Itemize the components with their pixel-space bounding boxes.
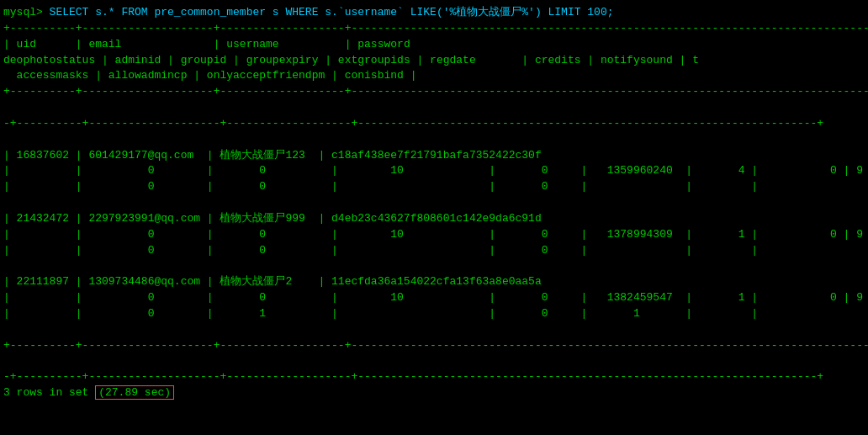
- table-row: | 22111897 | 1309734486@qq.com | 植物大战僵尸2…: [3, 274, 865, 290]
- blank5: [3, 322, 865, 338]
- blank2: [3, 132, 865, 148]
- table-row: | | 0 | 0 | 10 | 0 | 1378994309 | 1 | 0 …: [3, 227, 865, 243]
- sep-data-top: -+----------+--------------------+------…: [3, 116, 865, 132]
- table-row: | | 0 | 1 | | 0 | 1 | |: [3, 306, 865, 322]
- header-rest1: deophotostatus | adminid | groupid | gro…: [3, 53, 865, 69]
- timing-badge: (27.89 sec): [95, 385, 174, 400]
- blank4: [3, 259, 865, 275]
- header-rest2: accessmasks | allowadmincp | onlyacceptf…: [3, 68, 865, 84]
- rows-count: 3 rows in set: [3, 386, 95, 399]
- header-uid-email: | uid | email | username | password | st…: [3, 37, 865, 53]
- sep-bottom: -+----------+--------------------+------…: [3, 369, 865, 385]
- blank1: [3, 100, 865, 116]
- sep-top: +----------+--------------------+-------…: [3, 21, 865, 37]
- sep-header-bottom: +----------+--------------------+-------…: [3, 84, 865, 100]
- terminal-window: mysql> SELECT s.* FROM pre_common_member…: [0, 3, 868, 403]
- blank3: [3, 195, 865, 211]
- sql-query: SELECT s.* FROM pre_common_member s WHER…: [50, 6, 614, 19]
- prompt: mysql>: [3, 6, 50, 19]
- table-row: | | 0 | 0 | | 0 | | |: [3, 243, 865, 259]
- summary-line: 3 rows in set (27.89 sec): [3, 385, 865, 401]
- sep-footer-top: +----------+--------------------+-------…: [3, 338, 865, 354]
- table-row: | | 0 | 0 | | 0 | | |: [3, 179, 865, 195]
- table-row: | | 0 | 0 | 10 | 0 | 1359960240 | 4 | 0 …: [3, 163, 865, 179]
- blank6: [3, 354, 865, 370]
- query-line: mysql> SELECT s.* FROM pre_common_member…: [3, 5, 865, 21]
- table-row: | 16837602 | 601429177@qq.com | 植物大战僵尸12…: [3, 148, 865, 164]
- table-row: | | 0 | 0 | 10 | 0 | 1382459547 | 1 | 0 …: [3, 290, 865, 306]
- table-row: | 21432472 | 2297923991@qq.com | 植物大战僵尸9…: [3, 211, 865, 227]
